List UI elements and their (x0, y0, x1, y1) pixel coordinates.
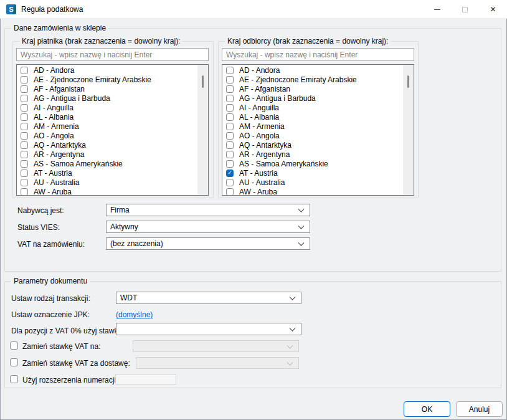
country-checkbox[interactable] (21, 123, 28, 130)
country-row[interactable]: AU - Australia (17, 178, 197, 187)
jpk-default-link[interactable]: (domyślne) (116, 310, 153, 319)
country-row[interactable]: AF - Afganistan (17, 84, 197, 93)
minimize-button[interactable] (423, 0, 451, 19)
country-checkbox[interactable] (21, 169, 28, 177)
country-checkbox[interactable] (226, 188, 234, 196)
country-label: AL - Albania (239, 113, 279, 122)
country-row[interactable]: AQ - Antarktyka (17, 140, 197, 150)
country-row[interactable]: AD - Andora (222, 65, 403, 75)
country-checkbox[interactable] (226, 160, 234, 168)
vat0-rate-select[interactable] (116, 323, 301, 335)
country-label: AU - Australia (239, 178, 285, 187)
country-label: AE - Zjednoczone Emiraty Arabskie (34, 75, 151, 84)
transaction-type-select[interactable]: WDT (116, 292, 301, 304)
country-checkbox[interactable] (21, 141, 28, 149)
country-checkbox[interactable] (226, 76, 234, 84)
numbering-extension-checkbox[interactable] (10, 375, 18, 383)
country-checkbox[interactable] (226, 132, 234, 140)
swap-vat-delivery-label: Zamień stawkę VAT za dostawę: (22, 359, 130, 368)
buyer-type-select[interactable]: Firma (106, 204, 310, 216)
country-checkbox[interactable] (226, 67, 234, 74)
dialog-regula-podatkowa: S Reguła podatkowa ✕ Dane zamówienia w s… (0, 0, 507, 420)
country-label: AT - Austria (239, 169, 278, 178)
payer-list-scrollbar[interactable] (197, 65, 208, 195)
country-checkbox[interactable] (226, 95, 234, 102)
close-icon: ✕ (490, 6, 496, 13)
country-label: AF - Afganistan (239, 85, 290, 93)
payer-search-input[interactable] (16, 48, 209, 61)
country-checkbox[interactable] (226, 141, 234, 149)
country-checkbox[interactable] (226, 151, 234, 158)
recipient-search-input[interactable] (222, 48, 414, 61)
swap-vat-delivery-checkbox[interactable] (10, 358, 18, 366)
country-row[interactable]: AE - Zjednoczone Emiraty Arabskie (222, 75, 403, 84)
country-row[interactable]: AO - Angola (17, 131, 197, 140)
country-checkbox[interactable] (21, 85, 28, 93)
country-checkbox[interactable] (21, 113, 28, 121)
country-label: AR - Argentyna (239, 150, 290, 159)
country-checkbox[interactable] (21, 67, 28, 74)
swap-vat-checkbox[interactable] (10, 341, 18, 350)
chevron-down-icon (290, 325, 296, 332)
country-checkbox[interactable] (21, 104, 28, 112)
country-row[interactable]: AM - Armenia (222, 122, 403, 131)
group-document-title: Parametry dokumentu (11, 277, 90, 285)
country-checkbox[interactable] (21, 151, 28, 158)
recipient-list-scrollbar[interactable] (403, 65, 414, 195)
country-row[interactable]: AQ - Antarktyka (222, 140, 403, 150)
country-checkbox[interactable] (226, 85, 234, 93)
vies-status-select[interactable]: Aktywny (106, 221, 310, 233)
payer-country-list[interactable]: AD - AndoraAE - Zjednoczone Emiraty Arab… (16, 64, 209, 196)
country-checkbox[interactable] (226, 123, 234, 130)
country-row[interactable]: AG - Antigua i Barbuda (17, 93, 197, 103)
country-row[interactable]: AW - Aruba (17, 187, 197, 196)
country-checkbox[interactable] (226, 104, 234, 112)
country-row[interactable]: AW - Aruba (222, 187, 403, 196)
order-vat-select[interactable]: (bez znaczenia) (106, 237, 310, 250)
country-row[interactable]: AL - Albania (222, 112, 403, 122)
country-row[interactable]: AL - Albania (17, 112, 197, 122)
country-checkbox[interactable] (226, 113, 234, 121)
recipient-country-list[interactable]: AD - AndoraAE - Zjednoczone Emiraty Arab… (222, 64, 414, 196)
country-row[interactable]: AE - Zjednoczone Emiraty Arabskie (17, 75, 197, 84)
country-row[interactable]: AU - Australia (222, 178, 403, 187)
country-row[interactable]: AD - Andora (17, 65, 197, 75)
country-label: AO - Angola (34, 131, 74, 140)
country-row[interactable]: AI - Anguilla (222, 103, 403, 112)
country-checkbox[interactable] (226, 179, 234, 186)
country-row[interactable]: AR - Argentyna (222, 150, 403, 159)
country-row[interactable]: AT - Austria (17, 168, 197, 178)
country-checkbox[interactable] (21, 76, 28, 84)
ok-button[interactable]: OK (404, 401, 450, 417)
country-label: AF - Afganistan (34, 85, 85, 93)
country-row[interactable]: AS - Samoa Amerykańskie (222, 159, 403, 168)
recipient-list-scrollbar-thumb[interactable] (407, 75, 409, 88)
chevron-down-icon (290, 294, 296, 300)
group-payer-title: Kraj płatnika (brak zaznaczenia = dowoln… (19, 37, 182, 45)
country-label: AU - Australia (34, 178, 79, 187)
country-checkbox[interactable] (21, 95, 28, 102)
country-checkbox[interactable] (21, 188, 28, 196)
country-row[interactable]: AF - Afganistan (222, 84, 403, 93)
country-row[interactable]: ✓AT - Austria (222, 168, 403, 178)
country-checkbox-checked[interactable]: ✓ (226, 169, 234, 177)
app-icon-letter: S (9, 6, 13, 13)
country-checkbox[interactable] (21, 179, 28, 186)
country-row[interactable]: AR - Argentyna (17, 150, 197, 159)
country-row[interactable]: AM - Armenia (17, 122, 197, 131)
numbering-extension-input (115, 374, 176, 384)
country-row[interactable]: AS - Samoa Amerykańskie (17, 159, 197, 168)
payer-list-scrollbar-thumb[interactable] (202, 75, 204, 88)
jpk-label: Ustaw oznaczenie JPK: (11, 310, 90, 319)
close-button[interactable]: ✕ (479, 0, 507, 19)
country-checkbox[interactable] (21, 160, 28, 168)
country-row[interactable]: AG - Antigua i Barbuda (222, 93, 403, 103)
country-label: AT - Austria (34, 169, 72, 178)
cancel-button[interactable]: Anuluj (456, 401, 503, 417)
order-vat-label: VAT na zamówieniu: (17, 240, 85, 249)
country-row[interactable]: AO - Angola (222, 131, 403, 140)
vies-status-label: Status VIES: (17, 223, 60, 232)
country-checkbox[interactable] (21, 132, 28, 140)
country-row[interactable]: AI - Anguilla (17, 103, 197, 112)
window-title: Reguła podatkowa (21, 0, 83, 19)
